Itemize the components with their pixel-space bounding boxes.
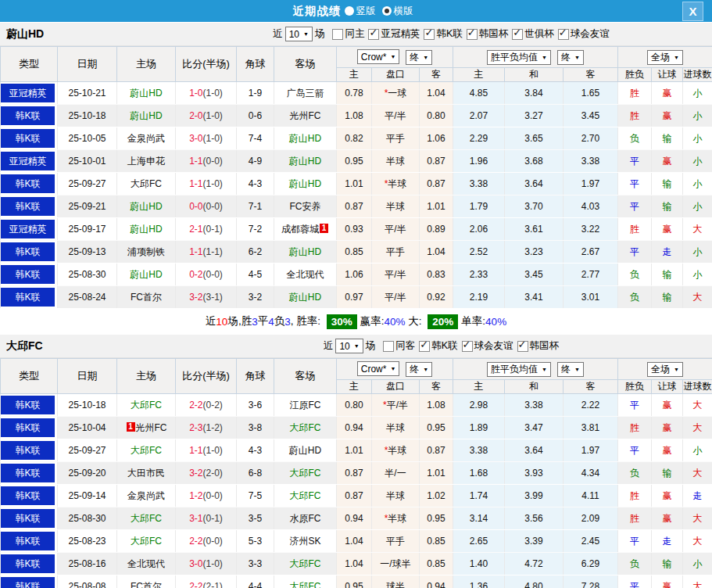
chevron-down-icon: ▼	[574, 367, 580, 372]
home-odds: 0.93	[337, 218, 372, 241]
league-type-badge: 韩K联	[1, 129, 55, 148]
odds-final-select[interactable]: 终▼	[406, 50, 432, 65]
league-filter-checkbox[interactable]: ✓韩K联	[415, 339, 457, 353]
home-team: 金泉尚武	[117, 127, 176, 150]
mean-final-select-value: 终	[561, 363, 571, 376]
team-name-text: 成都蓉城	[281, 224, 319, 235]
check-icon: ✓	[463, 339, 471, 350]
odds-source-header: Crow*▼终▼	[337, 359, 453, 380]
mean-draw-odds: 3.61	[505, 218, 564, 241]
handicap-text: 平/半	[385, 110, 406, 121]
corner-count: 3-5	[237, 507, 274, 530]
mean-odds-select[interactable]: 胜平负均值▼	[487, 362, 551, 377]
team-name-text: 江原FC	[290, 400, 321, 411]
away-odds: 0.94	[420, 575, 453, 588]
match-scope-select[interactable]: 全场▼	[647, 50, 683, 65]
match-date: 25-09-13	[58, 241, 117, 264]
layout-radio-vertical[interactable]: 竖版	[345, 5, 376, 18]
layout-radio-horizontal[interactable]: 横版	[382, 5, 413, 18]
mean-win-odds: 1.74	[453, 485, 505, 507]
league-type-cell: 韩K联	[1, 173, 58, 195]
home-team: 上海申花	[117, 150, 176, 173]
odds-source-select[interactable]: Crow*▼	[357, 49, 400, 64]
checkbox-label: 韩国杯	[479, 27, 509, 41]
corner-count: 4-3	[237, 173, 274, 195]
league-type-cell: 韩K联	[1, 417, 58, 439]
same-venue-checkbox[interactable]: 同客	[377, 339, 415, 353]
team-name-text: 光州FC	[290, 110, 321, 121]
away-team: 蔚山HD	[274, 439, 337, 462]
corner-count: 6-8	[237, 462, 274, 485]
result-handicap: 赢	[652, 485, 683, 507]
handicap-text: 平/半	[387, 400, 408, 411]
odds-final-select[interactable]: 终▼	[406, 362, 432, 377]
sub-column-header: 和	[505, 380, 564, 394]
close-icon: X	[689, 5, 696, 18]
radio-vertical-label: 竖版	[356, 5, 376, 18]
close-button[interactable]: X	[682, 2, 703, 21]
match-date: 25-08-08	[58, 575, 117, 588]
mean-draw-odds: 3.84	[505, 82, 564, 105]
score-cell: 2-0(1-0)	[176, 105, 237, 127]
league-filter-checkbox[interactable]: ✓球会友谊	[554, 27, 610, 41]
sub-column-header: 主	[337, 380, 372, 394]
handicap-text: 一球	[388, 88, 406, 99]
mean-odds-select[interactable]: 胜平负均值▼	[487, 50, 551, 65]
sub-column-header: 客	[564, 380, 618, 394]
match-date: 25-09-20	[58, 462, 117, 485]
home-odds: 0.87	[337, 462, 372, 485]
fulltime-score: 1-1	[189, 156, 202, 167]
checkbox-icon: ✓	[368, 29, 379, 40]
checkbox-label: 球会友谊	[571, 27, 610, 41]
home-team: 蔚山HD	[117, 82, 176, 105]
league-type-cell: 韩K联	[1, 530, 58, 553]
checkbox-label: 同主	[345, 27, 364, 41]
handicap-text: 平手	[386, 133, 405, 144]
league-filter-checkbox[interactable]: ✓韩国杯	[463, 27, 509, 41]
recent-results-window: 近期战绩 竖版 横版 X 蔚山HD近10▼场同主✓亚冠精英✓韩K联✓韩国杯✓世俱…	[0, 0, 712, 588]
odds-source-select[interactable]: Crow*▼	[357, 361, 400, 376]
result-outcome: 胜	[618, 507, 652, 530]
away-odds: 1.06	[420, 127, 453, 150]
halftime-score: (1-0)	[203, 178, 223, 189]
result-goals: 大	[683, 530, 712, 553]
column-header: 角球	[237, 47, 274, 82]
red-card-badge: 1	[320, 224, 328, 233]
league-type-badge: 韩K联	[1, 265, 55, 284]
league-filter-checkbox[interactable]: ✓世俱杯	[508, 27, 554, 41]
team-name-text: 大邱FC	[131, 513, 162, 524]
same-venue-checkbox[interactable]: 同主	[327, 27, 364, 41]
fulltime-score: 3-0	[189, 558, 202, 569]
league-filter-checkbox[interactable]: ✓球会友谊	[458, 339, 513, 353]
mean-odds-select-value: 胜平负均值	[491, 363, 538, 376]
result-outcome: 胜	[618, 105, 652, 127]
match-scope-select[interactable]: 全场▼	[647, 362, 683, 377]
halftime-score: (0-1)	[203, 224, 223, 235]
league-filter-checkbox[interactable]: ✓韩国杯	[513, 339, 560, 353]
league-filter-checkbox[interactable]: ✓韩K联	[420, 27, 462, 41]
mean-odds-select-value: 胜平负均值	[491, 51, 538, 64]
halftime-score: (0-1)	[203, 513, 223, 524]
away-odds: 1.01	[420, 462, 453, 485]
league-filter-checkbox[interactable]: ✓亚冠精英	[364, 27, 420, 41]
chevron-down-icon: ▼	[390, 54, 395, 59]
league-type-cell: 韩K联	[1, 485, 58, 507]
summary-text: 近	[206, 314, 216, 328]
result-outcome: 负	[618, 553, 652, 575]
summary-text: , 胜率:	[291, 314, 324, 328]
chevron-down-icon: ▼	[574, 55, 580, 60]
mean-final-select[interactable]: 终▼	[557, 362, 584, 377]
handicap-cell: 球半	[372, 575, 420, 588]
home-odds: 0.87	[337, 195, 372, 218]
result-goals: 小	[683, 127, 712, 150]
games-count-select[interactable]: 10▼	[335, 339, 363, 353]
red-card-badge: 1	[127, 422, 135, 432]
handicap-text: 平手	[386, 246, 405, 257]
team-name-text: 蔚山HD	[130, 224, 162, 235]
section-header: 蔚山HD近10▼场同主✓亚冠精英✓韩K联✓韩国杯✓世俱杯✓球会友谊	[0, 22, 712, 46]
games-count-select[interactable]: 10▼	[285, 27, 313, 41]
halftime-score: (0-0)	[203, 536, 223, 547]
mean-final-select[interactable]: 终▼	[557, 50, 584, 65]
mean-win-odds: 3.38	[453, 173, 505, 195]
result-goals: 小	[683, 173, 712, 195]
